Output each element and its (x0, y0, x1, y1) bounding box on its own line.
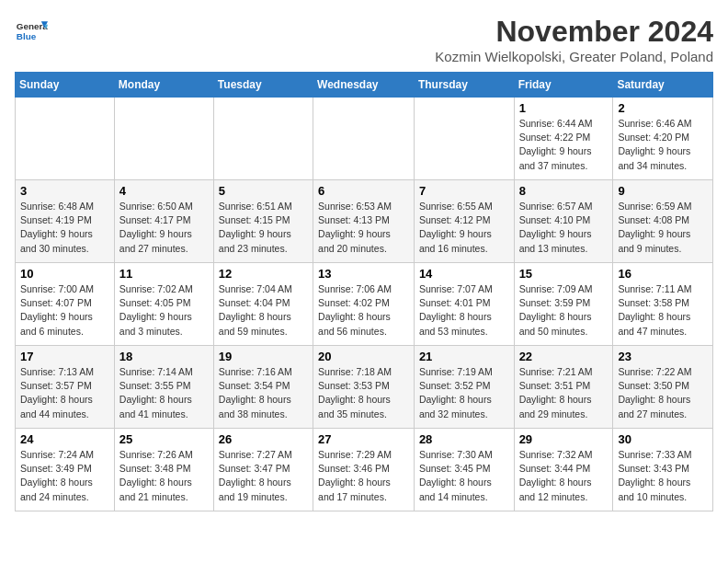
day-info: Sunrise: 7:18 AM Sunset: 3:53 PM Dayligh… (318, 365, 409, 421)
week-row-3: 17Sunrise: 7:13 AM Sunset: 3:57 PM Dayli… (16, 346, 713, 429)
day-info: Sunrise: 7:21 AM Sunset: 3:51 PM Dayligh… (519, 365, 609, 421)
day-info: Sunrise: 7:22 AM Sunset: 3:50 PM Dayligh… (618, 365, 708, 421)
svg-text:Blue: Blue (17, 31, 37, 41)
week-row-0: 1Sunrise: 6:44 AM Sunset: 4:22 PM Daylig… (16, 98, 713, 180)
day-info: Sunrise: 7:14 AM Sunset: 3:55 PM Dayligh… (119, 365, 209, 421)
day-info: Sunrise: 6:44 AM Sunset: 4:22 PM Dayligh… (519, 117, 609, 173)
calendar-cell: 1Sunrise: 6:44 AM Sunset: 4:22 PM Daylig… (514, 98, 613, 180)
calendar-cell: 3Sunrise: 6:48 AM Sunset: 4:19 PM Daylig… (16, 180, 115, 263)
day-info: Sunrise: 7:06 AM Sunset: 4:02 PM Dayligh… (318, 282, 409, 339)
header-monday: Monday (114, 73, 213, 98)
day-info: Sunrise: 7:24 AM Sunset: 3:49 PM Dayligh… (20, 448, 109, 504)
day-number: 27 (318, 432, 409, 446)
day-number: 26 (219, 432, 308, 446)
calendar-cell: 26Sunrise: 7:27 AM Sunset: 3:47 PM Dayli… (213, 429, 313, 511)
day-info: Sunrise: 6:46 AM Sunset: 4:20 PM Dayligh… (618, 117, 708, 173)
week-row-1: 3Sunrise: 6:48 AM Sunset: 4:19 PM Daylig… (16, 180, 713, 263)
logo: General Blue (15, 15, 48, 48)
calendar-cell: 20Sunrise: 7:18 AM Sunset: 3:53 PM Dayli… (313, 346, 415, 429)
day-number: 8 (519, 184, 609, 198)
day-number: 5 (219, 184, 308, 198)
day-number: 20 (318, 350, 409, 363)
day-info: Sunrise: 6:53 AM Sunset: 4:13 PM Dayligh… (318, 200, 409, 256)
calendar-header-row: SundayMondayTuesdayWednesdayThursdayFrid… (16, 73, 713, 98)
calendar-cell: 10Sunrise: 7:00 AM Sunset: 4:07 PM Dayli… (16, 263, 115, 346)
day-info: Sunrise: 7:16 AM Sunset: 3:54 PM Dayligh… (219, 365, 308, 421)
title-section: November 2024 Kozmin Wielkopolski, Great… (435, 15, 713, 64)
day-info: Sunrise: 7:02 AM Sunset: 4:05 PM Dayligh… (119, 282, 209, 339)
header: General Blue November 2024 Kozmin Wielko… (15, 15, 713, 64)
day-number: 3 (20, 184, 109, 198)
calendar-cell: 9Sunrise: 6:59 AM Sunset: 4:08 PM Daylig… (613, 180, 713, 263)
calendar-cell (16, 98, 115, 180)
day-info: Sunrise: 7:33 AM Sunset: 3:43 PM Dayligh… (618, 448, 708, 504)
calendar-cell: 30Sunrise: 7:33 AM Sunset: 3:43 PM Dayli… (613, 429, 713, 511)
day-info: Sunrise: 7:27 AM Sunset: 3:47 PM Dayligh… (219, 448, 308, 504)
day-number: 13 (318, 267, 409, 281)
day-number: 7 (419, 184, 509, 198)
day-info: Sunrise: 7:04 AM Sunset: 4:04 PM Dayligh… (219, 282, 308, 339)
calendar-cell: 19Sunrise: 7:16 AM Sunset: 3:54 PM Dayli… (213, 346, 313, 429)
calendar-cell (114, 98, 213, 180)
calendar-cell: 13Sunrise: 7:06 AM Sunset: 4:02 PM Dayli… (313, 263, 415, 346)
day-info: Sunrise: 7:26 AM Sunset: 3:48 PM Dayligh… (119, 448, 209, 504)
day-info: Sunrise: 7:13 AM Sunset: 3:57 PM Dayligh… (20, 365, 109, 421)
day-number: 11 (119, 267, 209, 281)
day-info: Sunrise: 7:11 AM Sunset: 3:58 PM Dayligh… (618, 282, 708, 339)
day-number: 6 (318, 184, 409, 198)
calendar-cell (313, 98, 415, 180)
day-info: Sunrise: 7:07 AM Sunset: 4:01 PM Dayligh… (419, 282, 509, 339)
day-number: 30 (618, 432, 708, 446)
calendar-cell: 2Sunrise: 6:46 AM Sunset: 4:20 PM Daylig… (613, 98, 713, 180)
day-info: Sunrise: 7:30 AM Sunset: 3:45 PM Dayligh… (419, 448, 509, 504)
calendar-cell: 24Sunrise: 7:24 AM Sunset: 3:49 PM Dayli… (16, 429, 115, 511)
header-friday: Friday (514, 73, 613, 98)
day-number: 9 (618, 184, 708, 198)
calendar-cell: 28Sunrise: 7:30 AM Sunset: 3:45 PM Dayli… (414, 429, 514, 511)
calendar-cell: 17Sunrise: 7:13 AM Sunset: 3:57 PM Dayli… (16, 346, 115, 429)
day-info: Sunrise: 6:57 AM Sunset: 4:10 PM Dayligh… (519, 200, 609, 256)
day-info: Sunrise: 6:48 AM Sunset: 4:19 PM Dayligh… (20, 200, 109, 256)
calendar-cell: 21Sunrise: 7:19 AM Sunset: 3:52 PM Dayli… (414, 346, 514, 429)
day-number: 15 (519, 267, 609, 281)
day-number: 24 (20, 432, 109, 446)
day-number: 1 (519, 101, 609, 115)
day-number: 21 (419, 350, 509, 363)
day-info: Sunrise: 7:29 AM Sunset: 3:46 PM Dayligh… (318, 448, 409, 504)
day-number: 19 (219, 350, 308, 363)
day-number: 16 (618, 267, 708, 281)
calendar-cell: 7Sunrise: 6:55 AM Sunset: 4:12 PM Daylig… (414, 180, 514, 263)
calendar-cell: 12Sunrise: 7:04 AM Sunset: 4:04 PM Dayli… (213, 263, 313, 346)
day-info: Sunrise: 7:19 AM Sunset: 3:52 PM Dayligh… (419, 365, 509, 421)
week-row-2: 10Sunrise: 7:00 AM Sunset: 4:07 PM Dayli… (16, 263, 713, 346)
day-number: 10 (20, 267, 109, 281)
day-number: 12 (219, 267, 308, 281)
calendar-cell: 18Sunrise: 7:14 AM Sunset: 3:55 PM Dayli… (114, 346, 213, 429)
day-number: 29 (519, 432, 609, 446)
day-number: 25 (119, 432, 209, 446)
day-info: Sunrise: 6:51 AM Sunset: 4:15 PM Dayligh… (219, 200, 308, 256)
week-row-4: 24Sunrise: 7:24 AM Sunset: 3:49 PM Dayli… (16, 429, 713, 511)
logo-icon: General Blue (15, 15, 48, 48)
calendar-table: SundayMondayTuesdayWednesdayThursdayFrid… (15, 72, 713, 511)
calendar-cell: 5Sunrise: 6:51 AM Sunset: 4:15 PM Daylig… (213, 180, 313, 263)
day-number: 2 (618, 101, 708, 115)
day-number: 22 (519, 350, 609, 363)
day-info: Sunrise: 7:09 AM Sunset: 3:59 PM Dayligh… (519, 282, 609, 339)
day-number: 4 (119, 184, 209, 198)
calendar-cell: 14Sunrise: 7:07 AM Sunset: 4:01 PM Dayli… (414, 263, 514, 346)
calendar-cell (213, 98, 313, 180)
day-number: 14 (419, 267, 509, 281)
calendar-cell: 8Sunrise: 6:57 AM Sunset: 4:10 PM Daylig… (514, 180, 613, 263)
day-number: 28 (419, 432, 509, 446)
header-thursday: Thursday (414, 73, 514, 98)
calendar-cell: 15Sunrise: 7:09 AM Sunset: 3:59 PM Dayli… (514, 263, 613, 346)
header-tuesday: Tuesday (213, 73, 313, 98)
day-info: Sunrise: 7:32 AM Sunset: 3:44 PM Dayligh… (519, 448, 609, 504)
calendar-cell: 4Sunrise: 6:50 AM Sunset: 4:17 PM Daylig… (114, 180, 213, 263)
day-info: Sunrise: 7:00 AM Sunset: 4:07 PM Dayligh… (20, 282, 109, 339)
day-number: 23 (618, 350, 708, 363)
day-info: Sunrise: 6:55 AM Sunset: 4:12 PM Dayligh… (419, 200, 509, 256)
day-info: Sunrise: 6:59 AM Sunset: 4:08 PM Dayligh… (618, 200, 708, 256)
day-info: Sunrise: 6:50 AM Sunset: 4:17 PM Dayligh… (119, 200, 209, 256)
